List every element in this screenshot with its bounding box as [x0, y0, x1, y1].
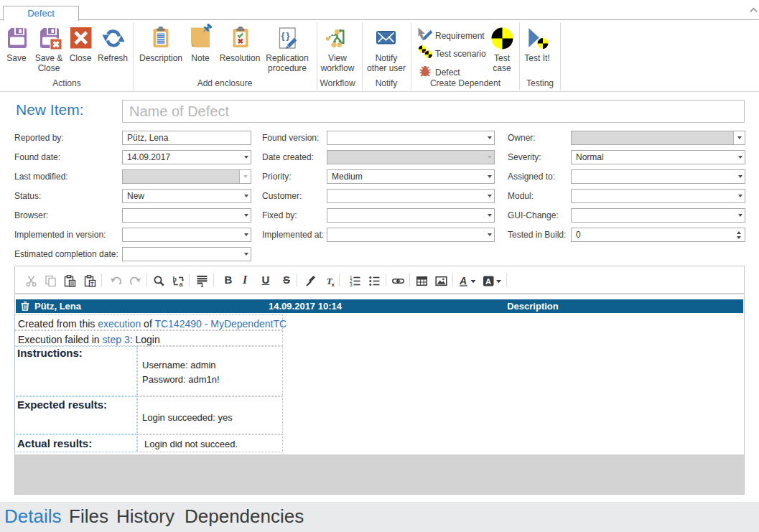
svg-text:{: { [281, 31, 285, 41]
svg-text:A: A [459, 275, 467, 286]
svg-text:T: T [90, 281, 94, 287]
svg-text:A: A [485, 277, 491, 286]
svg-text:b: b [173, 276, 177, 283]
svg-text:3: 3 [350, 282, 353, 287]
svg-text:}: } [287, 31, 290, 41]
svg-text:a: a [180, 281, 184, 288]
svg-text:x: x [332, 281, 335, 288]
